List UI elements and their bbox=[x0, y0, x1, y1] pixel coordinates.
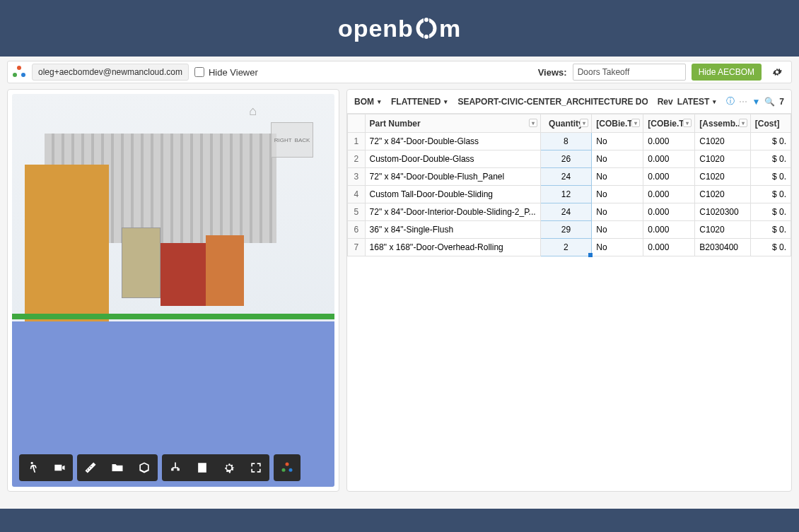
cube-icon[interactable] bbox=[131, 454, 158, 481]
table-row[interactable]: 7168'' x 168''-Door-Overhead-Rolling2No0… bbox=[348, 239, 791, 256]
search-icon[interactable]: 🔍 bbox=[764, 97, 775, 107]
cell-qty[interactable]: 24 bbox=[540, 203, 592, 221]
cell-cobie2[interactable]: 0.000 bbox=[643, 150, 695, 168]
cell-part[interactable]: Custom Tall-Door-Double-Sliding bbox=[365, 186, 540, 203]
svg-point-9 bbox=[289, 468, 293, 472]
cell-assembly[interactable]: C1020 bbox=[695, 168, 751, 186]
fullscreen-icon[interactable] bbox=[243, 454, 269, 481]
cell-cost[interactable]: $ 0. bbox=[750, 168, 791, 186]
col-quantity[interactable]: Quantity▾ bbox=[540, 114, 592, 133]
settings-icon[interactable] bbox=[216, 454, 243, 481]
col-assembly[interactable]: [Assemb...▾ bbox=[695, 114, 751, 133]
openbom-color-icon[interactable] bbox=[274, 454, 301, 481]
settings-gear-icon[interactable] bbox=[767, 64, 787, 81]
cell-cost[interactable]: $ 0. bbox=[750, 133, 791, 150]
cell-cost[interactable]: $ 0. bbox=[750, 221, 791, 239]
cell-qty[interactable]: 8 bbox=[540, 133, 592, 150]
table-row[interactable]: 372" x 84"-Door-Double-Flush_Panel24No0.… bbox=[348, 168, 791, 186]
rev-dropdown[interactable]: LATEST▾ bbox=[677, 97, 717, 107]
navcube[interactable]: RIGHT BACK bbox=[271, 122, 313, 158]
viewer-3d-canvas[interactable]: ⌂ RIGHT BACK bbox=[12, 94, 334, 487]
table-row[interactable]: 4Custom Tall-Door-Double-Sliding12No0.00… bbox=[348, 186, 791, 203]
user-email-chip[interactable]: oleg+aecbomdev@newmancloud.com bbox=[32, 64, 189, 81]
cell-cobie1[interactable]: No bbox=[592, 133, 643, 150]
home-icon[interactable]: ⌂ bbox=[249, 104, 257, 119]
navcube-right-label: RIGHT bbox=[274, 137, 292, 143]
hide-viewer-toggle[interactable]: Hide Viewer bbox=[194, 67, 258, 78]
cell-assembly[interactable]: C1020300 bbox=[695, 203, 751, 221]
chevron-down-icon[interactable]: ▾ bbox=[529, 119, 537, 127]
col-cost[interactable]: [Cost] bbox=[750, 114, 791, 133]
cell-assembly[interactable]: B2030400 bbox=[695, 239, 751, 256]
cell-assembly[interactable]: C1020 bbox=[695, 186, 751, 203]
col-cobie-t1[interactable]: [COBie.T...▾ bbox=[592, 114, 643, 133]
brand-text-right: m bbox=[439, 15, 461, 42]
cell-qty[interactable]: 26 bbox=[540, 150, 592, 168]
svg-point-2 bbox=[424, 18, 428, 22]
cell-cobie2[interactable]: 0.000 bbox=[643, 168, 695, 186]
chevron-down-icon[interactable]: ▾ bbox=[580, 119, 588, 127]
info-icon[interactable]: ⓘ bbox=[726, 95, 735, 107]
chevron-down-icon[interactable]: ▾ bbox=[683, 119, 692, 127]
camera-icon[interactable] bbox=[46, 454, 73, 481]
table-row[interactable]: 2Custom-Door-Double-Glass26No0.000C1020$… bbox=[348, 150, 791, 168]
cell-cost[interactable]: $ 0. bbox=[750, 186, 791, 203]
cell-part[interactable]: 36" x 84"-Single-Flush bbox=[365, 221, 540, 239]
col-part-number[interactable]: Part Number▾ bbox=[365, 114, 540, 133]
bom-title-dropdown[interactable]: SEAPORT-CIVIC-CENTER_ARCHITECTURE DOORS … bbox=[457, 97, 647, 107]
cell-cobie1[interactable]: No bbox=[592, 239, 643, 256]
svg-point-3 bbox=[424, 35, 428, 39]
col-cobie-t2[interactable]: [COBie.T...▾ bbox=[643, 114, 695, 133]
svg-point-4 bbox=[17, 66, 21, 70]
bom-dropdown[interactable]: BOM▾ bbox=[354, 97, 381, 107]
cell-cobie1[interactable]: No bbox=[592, 203, 643, 221]
cell-cobie2[interactable]: 0.000 bbox=[643, 186, 695, 203]
svg-point-5 bbox=[13, 73, 17, 77]
views-select[interactable] bbox=[573, 64, 686, 81]
hierarchy-icon[interactable] bbox=[162, 454, 189, 481]
cell-cobie1[interactable]: No bbox=[592, 150, 643, 168]
cell-cost[interactable]: $ 0. bbox=[750, 239, 791, 256]
hide-aecbom-button[interactable]: Hide AECBOM bbox=[692, 64, 762, 81]
cell-part[interactable]: 168'' x 168''-Door-Overhead-Rolling bbox=[365, 239, 540, 256]
menu-icon[interactable]: ⋯ bbox=[739, 97, 747, 107]
table-row[interactable]: 172" x 84"-Door-Double-Glass8No0.000C102… bbox=[348, 133, 791, 150]
main-split: ⌂ RIGHT BACK bbox=[7, 89, 792, 492]
filter-icon[interactable]: ▼ bbox=[752, 97, 760, 107]
cell-assembly[interactable]: C1020 bbox=[695, 150, 751, 168]
cell-rownum: 3 bbox=[348, 168, 366, 186]
cell-part[interactable]: 72" x 84"-Door-Interior-Double-Sliding-2… bbox=[365, 203, 540, 221]
cell-assembly[interactable]: C1020 bbox=[695, 133, 751, 150]
cell-part[interactable]: 72" x 84"-Door-Double-Flush_Panel bbox=[365, 168, 540, 186]
cell-part[interactable]: 72" x 84"-Door-Double-Glass bbox=[365, 133, 540, 150]
folder-icon[interactable] bbox=[104, 454, 131, 481]
cell-qty[interactable]: 29 bbox=[540, 221, 592, 239]
cell-qty[interactable]: 12 bbox=[540, 186, 592, 203]
table-row[interactable]: 636" x 84"-Single-Flush29No0.000C1020$ 0… bbox=[348, 221, 791, 239]
chevron-down-icon[interactable]: ▾ bbox=[631, 119, 640, 127]
cell-assembly[interactable]: C1020 bbox=[695, 221, 751, 239]
cell-cost[interactable]: $ 0. bbox=[750, 203, 791, 221]
cell-cobie1[interactable]: No bbox=[592, 186, 643, 203]
table-row[interactable]: 572" x 84"-Door-Interior-Double-Sliding-… bbox=[348, 203, 791, 221]
walk-icon[interactable] bbox=[19, 454, 46, 481]
cell-cobie1[interactable]: No bbox=[592, 221, 643, 239]
brand-text-left: openb bbox=[338, 15, 414, 42]
measure-icon[interactable] bbox=[77, 454, 104, 481]
cell-cobie2[interactable]: 0.000 bbox=[643, 133, 695, 150]
viewer-panel: ⌂ RIGHT BACK bbox=[7, 89, 339, 492]
properties-icon[interactable] bbox=[189, 454, 216, 481]
hide-viewer-checkbox[interactable] bbox=[194, 67, 204, 77]
cell-qty[interactable]: 24 bbox=[540, 168, 592, 186]
cell-part[interactable]: Custom-Door-Double-Glass bbox=[365, 150, 540, 168]
bom-panel: BOM▾ FLATTENED▾ SEAPORT-CIVIC-CENTER_ARC… bbox=[346, 89, 792, 492]
cell-cobie2[interactable]: 0.000 bbox=[643, 239, 695, 256]
cell-cobie1[interactable]: No bbox=[592, 168, 643, 186]
flattened-dropdown[interactable]: FLATTENED▾ bbox=[391, 97, 448, 107]
cell-cost[interactable]: $ 0. bbox=[750, 150, 791, 168]
cell-cobie2[interactable]: 0.000 bbox=[643, 203, 695, 221]
viewer-toolbar bbox=[19, 454, 301, 481]
chevron-down-icon[interactable]: ▾ bbox=[739, 119, 747, 127]
cell-cobie2[interactable]: 0.000 bbox=[643, 221, 695, 239]
cell-qty[interactable]: 2 bbox=[540, 239, 592, 256]
